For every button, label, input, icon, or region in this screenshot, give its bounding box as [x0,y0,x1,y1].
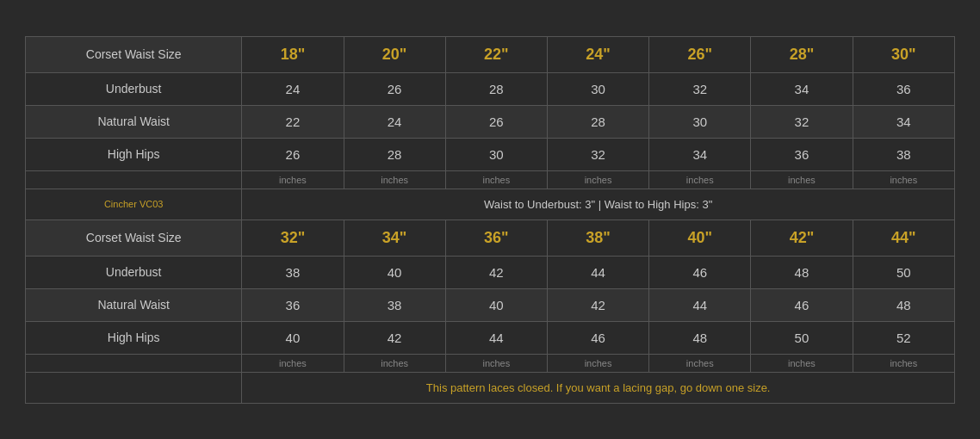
s2-unit-3: inches [445,354,547,372]
highhips-val-2: 28 [344,138,445,170]
section2-size-7: 44" [853,220,954,256]
section1-size-2: 20" [344,36,445,72]
section1-size-4: 24" [547,36,648,72]
s2-underbust-val-4: 44 [547,256,648,288]
naturalwaist-val-3: 26 [445,105,547,138]
s2-highhips-val-6: 50 [751,321,853,354]
section1-size-3: 22" [445,36,547,72]
note-text: This pattern laces closed. If you want a… [242,372,955,403]
section1-highhips-row: High Hips 26 28 30 32 34 36 38 [26,138,955,170]
highhips-val-1: 26 [242,138,344,170]
s2-underbust-val-3: 42 [445,256,547,288]
section2-underbust-label: Underbust [26,256,242,288]
s2-naturalwaist-val-1: 36 [242,288,344,321]
section2-highhips-row: High Hips 40 42 44 46 48 50 52 [26,321,955,354]
cincher-message: Waist to Underbust: 3" | Waist to High H… [242,189,955,220]
section2-size-3: 36" [445,220,547,256]
section2-size-2: 34" [344,220,445,256]
underbust-val-7: 36 [853,72,954,105]
s2-highhips-val-3: 44 [445,321,547,354]
main-container: Corset Waist Size 18" 20" 22" 24" 26" 28… [16,28,964,412]
section1-size-6: 28" [751,36,853,72]
unit-4: inches [547,170,648,189]
section2-naturalwaist-label: Natural Waist [26,288,242,321]
section2-size-5: 40" [649,220,751,256]
naturalwaist-val-5: 30 [649,105,751,138]
s2-underbust-val-7: 50 [853,256,954,288]
section1-naturalwaist-row: Natural Waist 22 24 26 28 30 32 34 [26,105,955,138]
highhips-val-3: 30 [445,138,547,170]
underbust-val-5: 32 [649,72,751,105]
s2-unit-6: inches [751,354,853,372]
s2-unit-2: inches [344,354,445,372]
section2-header-row: Corset Waist Size 32" 34" 36" 38" 40" 42… [26,220,955,256]
s2-naturalwaist-val-6: 46 [751,288,853,321]
s2-unit-1: inches [242,354,344,372]
unit-6: inches [751,170,853,189]
s2-underbust-val-1: 38 [242,256,344,288]
note-empty-cell [26,372,242,403]
s2-unit-4: inches [547,354,648,372]
s2-highhips-val-4: 46 [547,321,648,354]
section1-size-7: 30" [853,36,954,72]
underbust-label: Underbust [26,72,242,105]
section2-naturalwaist-row: Natural Waist 36 38 40 42 44 46 48 [26,288,955,321]
naturalwaist-val-1: 22 [242,105,344,138]
s2-highhips-val-2: 42 [344,321,445,354]
section1-size-1: 18" [242,36,344,72]
unit-5: inches [649,170,751,189]
unit-3: inches [445,170,547,189]
cincher-row: Cincher VC03 Waist to Underbust: 3" | Wa… [26,189,955,220]
underbust-val-2: 26 [344,72,445,105]
note-row: This pattern laces closed. If you want a… [26,372,955,403]
highhips-label: High Hips [26,138,242,170]
section2-size-1: 32" [242,220,344,256]
unit-1: inches [242,170,344,189]
s2-underbust-val-2: 40 [344,256,445,288]
section1-underbust-row: Underbust 24 26 28 30 32 34 36 [26,72,955,105]
underbust-val-3: 28 [445,72,547,105]
highhips-val-4: 32 [547,138,648,170]
underbust-val-6: 34 [751,72,853,105]
underbust-val-1: 24 [242,72,344,105]
section2-size-6: 42" [751,220,853,256]
highhips-val-7: 38 [853,138,954,170]
s2-highhips-val-7: 52 [853,321,954,354]
naturalwaist-label: Natural Waist [26,105,242,138]
highhips-val-6: 36 [751,138,853,170]
s2-highhips-val-1: 40 [242,321,344,354]
s2-underbust-val-6: 48 [751,256,853,288]
section2-header-label: Corset Waist Size [26,220,242,256]
unit-2: inches [344,170,445,189]
s2-naturalwaist-val-2: 38 [344,288,445,321]
section1-header-row: Corset Waist Size 18" 20" 22" 24" 26" 28… [26,36,955,72]
s2-highhips-val-5: 48 [649,321,751,354]
sizing-table: Corset Waist Size 18" 20" 22" 24" 26" 28… [25,36,955,404]
unit-7: inches [853,170,954,189]
s2-naturalwaist-val-7: 48 [853,288,954,321]
s2-unit-7: inches [853,354,954,372]
section2-size-4: 38" [547,220,648,256]
cincher-label: Cincher VC03 [26,189,242,220]
section2-underbust-row: Underbust 38 40 42 44 46 48 50 [26,256,955,288]
s2-naturalwaist-val-3: 40 [445,288,547,321]
section2-highhips-label: High Hips [26,321,242,354]
s2-naturalwaist-val-5: 44 [649,288,751,321]
units-label-empty [26,170,242,189]
naturalwaist-val-7: 34 [853,105,954,138]
section1-size-5: 26" [649,36,751,72]
units2-label-empty [26,354,242,372]
section1-header-label: Corset Waist Size [26,36,242,72]
s2-naturalwaist-val-4: 42 [547,288,648,321]
highhips-val-5: 34 [649,138,751,170]
s2-unit-5: inches [649,354,751,372]
section1-units-row: inches inches inches inches inches inche… [26,170,955,189]
section2-units-row: inches inches inches inches inches inche… [26,354,955,372]
naturalwaist-val-6: 32 [751,105,853,138]
underbust-val-4: 30 [547,72,648,105]
naturalwaist-val-4: 28 [547,105,648,138]
naturalwaist-val-2: 24 [344,105,445,138]
s2-underbust-val-5: 46 [649,256,751,288]
